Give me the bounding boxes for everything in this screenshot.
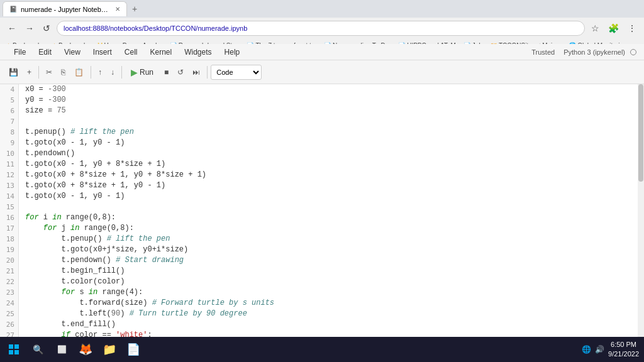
browser-chrome: 📓 numerade - Jupyter Notebook ✕ + ← → ↺ …	[0, 0, 644, 44]
svg-rect-0	[9, 344, 13, 349]
menu-file[interactable]: File	[8, 47, 32, 58]
code-line-19: t.goto(x0+j*size, y0+i*size)	[25, 244, 638, 255]
line-num-15: 15	[0, 202, 18, 212]
task-view-icon: ⬜	[57, 345, 67, 354]
cut-button[interactable]: ✂	[42, 66, 56, 79]
restart-button[interactable]: ↺	[174, 66, 187, 79]
code-line-16: for i in range(0,8):	[25, 212, 638, 223]
code-line-8: t.penup() # lift the pen	[25, 127, 638, 138]
copy-button[interactable]: ⎘	[57, 66, 69, 79]
stop-button[interactable]: ■	[160, 66, 172, 79]
toolbar-separator-1	[38, 66, 39, 79]
url-input[interactable]: localhost:8888/notebooks/Desktop/TCCON/n…	[57, 21, 585, 36]
code-line-18: t.penup() # lift the pen	[25, 234, 638, 244]
start-button[interactable]	[3, 338, 25, 361]
tab-bar: 📓 numerade - Jupyter Notebook ✕ +	[0, 0, 644, 18]
run-button[interactable]: ▶ Run	[125, 65, 159, 79]
scrollbar-thumb[interactable]	[638, 84, 643, 182]
toolbar-separator-3	[121, 66, 122, 79]
code-content[interactable]: x0 = -300 y0 = -300 size = 75 t.penup() …	[19, 84, 644, 362]
reload-button[interactable]: ↺	[40, 22, 53, 35]
bookmark-star-button[interactable]: ☆	[589, 22, 602, 35]
new-tab-button[interactable]: +	[128, 3, 141, 15]
line-num-10: 10	[0, 148, 18, 159]
move-up-button[interactable]: ↑	[94, 66, 106, 79]
restart-run-button[interactable]: ⏭	[189, 66, 204, 79]
code-line-22: t.color(color)	[25, 277, 638, 287]
code-line-10: t.pendown()	[25, 148, 638, 159]
menu-insert[interactable]: Insert	[87, 47, 118, 58]
firefox-icon: 🦊	[79, 343, 92, 356]
code-line-26: t.end_fill()	[25, 319, 638, 330]
extensions-button[interactable]: 🧩	[606, 22, 621, 35]
line-numbers: 4 5 6 7 8 9 10 11 12 13 14 15 16 17 18 1…	[0, 84, 19, 362]
menu-view[interactable]: View	[58, 47, 87, 58]
files-taskbar-button[interactable]: 📁	[98, 338, 121, 361]
date-text: 9/21/2022	[608, 349, 639, 359]
paste-button[interactable]: 📋	[70, 66, 87, 79]
files-icon: 📁	[103, 343, 116, 356]
taskbar-left: 🔍 ⬜ 🦊 📁 📄	[3, 338, 145, 361]
menu-kernel[interactable]: Kernel	[144, 47, 179, 58]
volume-icon: 🔊	[595, 345, 604, 354]
line-num-6: 6	[0, 106, 18, 116]
save-button[interactable]: 💾	[5, 66, 22, 79]
code-line-6: size = 75	[25, 106, 638, 116]
cell-type-select[interactable]: Code Markdown Raw	[211, 65, 262, 80]
code-line-12: t.goto(x0 + 8*size + 1, y0 + 8*size + 1)	[25, 170, 638, 180]
line-num-21: 21	[0, 266, 18, 277]
tab-close-button[interactable]: ✕	[115, 6, 120, 13]
trusted-label: Trusted	[528, 47, 558, 57]
svg-rect-3	[14, 350, 19, 354]
address-bar: ← → ↺ localhost:8888/notebooks/Desktop/T…	[0, 18, 644, 39]
code-line-21: t.begin_fill()	[25, 266, 638, 277]
code-line-24: t.forward(size) # Forward turtle by s un…	[25, 298, 638, 309]
app-icon: 📄	[126, 343, 140, 356]
code-line-4: x0 = -300	[25, 84, 638, 95]
line-num-9: 9	[0, 138, 18, 148]
line-num-19: 19	[0, 244, 18, 255]
search-taskbar-button[interactable]: 🔍	[26, 338, 49, 361]
code-line-17: for j in range(0,8):	[25, 223, 638, 234]
time-text: 6:50 PM	[608, 340, 639, 349]
line-num-5: 5	[0, 95, 18, 106]
code-scroll-area[interactable]: 4 5 6 7 8 9 10 11 12 13 14 15 16 17 18 1…	[0, 84, 644, 362]
search-icon: 🔍	[33, 344, 43, 354]
task-view-button[interactable]: ⬜	[50, 338, 73, 361]
firefox-taskbar-button[interactable]: 🦊	[74, 338, 97, 361]
menu-widgets[interactable]: Widgets	[178, 47, 218, 58]
active-tab[interactable]: 📓 numerade - Jupyter Notebook ✕	[3, 1, 127, 16]
line-num-22: 22	[0, 277, 18, 287]
line-num-11: 11	[0, 159, 18, 170]
windows-icon	[9, 344, 19, 354]
code-line-11: t.goto(x0 - 1, y0 + 8*size + 1)	[25, 159, 638, 170]
back-button[interactable]: ←	[5, 22, 19, 35]
line-num-18: 18	[0, 234, 18, 244]
line-num-16: 16	[0, 212, 18, 223]
network-icon: 🌐	[582, 345, 591, 354]
line-num-13: 13	[0, 180, 18, 191]
kernel-name: Python 3 (ipykernel)	[564, 48, 625, 56]
scrollbar-track[interactable]	[638, 84, 644, 362]
code-line-13: t.goto(x0 + 8*size + 1, y0 - 1)	[25, 180, 638, 191]
code-cell: 4 5 6 7 8 9 10 11 12 13 14 15 16 17 18 1…	[0, 84, 644, 362]
menu-edit[interactable]: Edit	[32, 47, 58, 58]
line-num-26: 26	[0, 319, 18, 330]
menu-help[interactable]: Help	[218, 47, 247, 58]
line-num-7: 7	[0, 116, 18, 127]
add-cell-button[interactable]: +	[23, 66, 35, 79]
app-taskbar-button[interactable]: 📄	[122, 338, 145, 361]
run-label: Run	[140, 68, 153, 77]
menu-bar: File Edit View Insert Cell Kernel Widget…	[0, 44, 644, 60]
line-num-17: 17	[0, 223, 18, 234]
clock-display: 6:50 PM 9/21/2022	[608, 340, 639, 359]
line-num-25: 25	[0, 309, 18, 319]
forward-button[interactable]: →	[23, 22, 36, 35]
windows-taskbar: 🔍 ⬜ 🦊 📁 📄 🌐 🔊 6:50 PM 9/21/2022	[0, 337, 644, 362]
move-down-button[interactable]: ↓	[107, 66, 118, 79]
menu-button[interactable]: ⋮	[625, 22, 639, 35]
line-num-23: 23	[0, 287, 18, 298]
line-num-12: 12	[0, 170, 18, 180]
menu-cell[interactable]: Cell	[118, 47, 144, 58]
code-line-5: y0 = -300	[25, 95, 638, 106]
